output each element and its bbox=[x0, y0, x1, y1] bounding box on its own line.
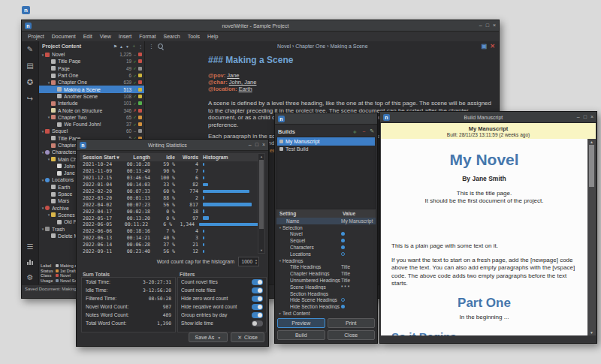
stats-scrollbar[interactable]: ▲ ▼ bbox=[258, 153, 265, 254]
add-build-icon[interactable]: ＋ bbox=[352, 128, 358, 136]
tree-item[interactable]: ▾Sequel60– bbox=[39, 128, 144, 134]
close-button[interactable]: ✕Close bbox=[231, 332, 264, 342]
spinner-arrows-icon[interactable]: ▲▼ bbox=[254, 259, 258, 265]
scroll-up-icon[interactable]: ▲ bbox=[258, 155, 264, 158]
compose-icon[interactable]: ✎ bbox=[27, 45, 33, 53]
minimize-icon[interactable]: – bbox=[577, 114, 580, 120]
stats-row[interactable]: 2021-12-1503:46:54100 %6 bbox=[80, 175, 259, 182]
filter-toggle[interactable] bbox=[252, 320, 263, 326]
setting-row[interactable]: Hide Scene Headings bbox=[276, 297, 376, 304]
stats-row[interactable]: 2022-09-1100:23:4056 %12 bbox=[80, 248, 259, 255]
stats-table-header[interactable]: Session Start ▾LengthIdleWordsHistogram bbox=[80, 153, 265, 161]
edit-build-icon[interactable]: ✎ bbox=[370, 128, 374, 134]
scroll-up-icon[interactable]: ▲ bbox=[587, 140, 596, 144]
stats-row[interactable]: 2021-10-2400:10:2859 %4 bbox=[80, 161, 259, 168]
outline-icon[interactable]: ✪ bbox=[27, 78, 33, 86]
setting-row[interactable]: Characters bbox=[276, 244, 376, 251]
tree-item[interactable]: Making a Scene513✓ bbox=[39, 86, 144, 92]
selection-dot-icon[interactable] bbox=[341, 239, 345, 242]
scroll-down-icon[interactable]: ▼ bbox=[258, 248, 264, 252]
setting-row[interactable]: Unnumbered HeadingsTitle bbox=[276, 277, 376, 284]
menu-project[interactable]: Project bbox=[24, 34, 48, 39]
stats-row[interactable]: 2022-02-2000:07:3360 %774 bbox=[80, 188, 259, 195]
setting-row[interactable]: Section Headings bbox=[276, 290, 376, 297]
tree-item[interactable]: Part One6✓ bbox=[39, 72, 144, 79]
menu-tools[interactable]: Tools bbox=[184, 34, 204, 39]
close-button[interactable]: Close bbox=[328, 330, 376, 340]
editor-menu-icon[interactable]: ⋮ bbox=[149, 44, 154, 50]
build-button[interactable]: Build bbox=[277, 330, 325, 340]
settings-gear-icon[interactable]: ⚙ bbox=[27, 273, 34, 281]
filter-toggle[interactable] bbox=[252, 279, 263, 285]
save-as-button[interactable]: Save As▼ bbox=[189, 332, 228, 342]
preview-button[interactable]: Preview bbox=[277, 318, 325, 328]
build-list-item[interactable]: My Manuscript bbox=[277, 137, 375, 146]
remove-build-icon[interactable]: － bbox=[361, 128, 367, 136]
documents-icon[interactable]: ▤ bbox=[26, 62, 33, 70]
scrollbar-thumb[interactable] bbox=[259, 160, 264, 229]
maximize-icon[interactable]: □ bbox=[255, 142, 258, 148]
search-icon[interactable] bbox=[158, 44, 163, 49]
setting-row[interactable]: Novel bbox=[276, 231, 376, 238]
stats-row[interactable]: 2022-03-2000:01:1388 %2 bbox=[80, 194, 259, 201]
menu-search[interactable]: Search bbox=[160, 34, 184, 39]
tree-item[interactable]: ▾Chapter Two65✓ bbox=[39, 114, 144, 121]
close-icon[interactable]: × bbox=[262, 142, 265, 148]
column-header-words[interactable]: Words bbox=[175, 155, 198, 160]
selection-dot-icon[interactable] bbox=[341, 232, 345, 236]
selection-dot-icon[interactable] bbox=[341, 252, 345, 256]
menu-format[interactable]: Format bbox=[135, 34, 159, 39]
stats-row[interactable]: 2021-11-0900:13:4990 %7 bbox=[80, 168, 259, 175]
setting-row[interactable]: NameMy Manuscript bbox=[276, 218, 376, 224]
scroll-down-icon[interactable]: ▼ bbox=[587, 330, 596, 335]
word-cap-spinner[interactable]: 1000 ▲▼ bbox=[238, 257, 259, 266]
build-list-item[interactable]: Test Build bbox=[277, 146, 375, 154]
filter-toggle[interactable] bbox=[252, 312, 263, 318]
column-header-length[interactable]: Length bbox=[123, 155, 150, 160]
maximize-icon[interactable]: □ bbox=[584, 114, 587, 120]
bookmark-icon[interactable]: ⚑ bbox=[113, 44, 117, 49]
column-header-histogram[interactable]: Histogram bbox=[198, 155, 265, 160]
print-button[interactable]: Print bbox=[328, 318, 376, 328]
setting-row[interactable]: ▸Text Content bbox=[276, 310, 376, 317]
selection-dot-icon[interactable] bbox=[341, 305, 345, 308]
minimize-icon[interactable]: – bbox=[479, 23, 482, 29]
stats-chart-icon[interactable] bbox=[27, 259, 33, 265]
setting-row[interactable]: Locations bbox=[276, 251, 376, 257]
menu-insert[interactable]: Insert bbox=[115, 34, 136, 39]
tag-value[interactable]: Earth bbox=[239, 86, 252, 92]
move-up-icon[interactable]: ▲ bbox=[119, 44, 123, 49]
close-icon[interactable]: × bbox=[590, 114, 593, 120]
setting-row[interactable]: Hide Section Headings bbox=[276, 303, 376, 310]
tree-item[interactable]: A Note on Structure346✗ bbox=[39, 107, 144, 113]
export-icon[interactable]: ↪ bbox=[27, 95, 33, 103]
editor-maximize-icon[interactable]: ▣ bbox=[482, 43, 488, 50]
move-down-icon[interactable]: ▼ bbox=[125, 44, 129, 49]
stats-row[interactable]: 2022-04-0200:07:2356 %817 bbox=[80, 201, 259, 208]
selection-dot-icon[interactable] bbox=[341, 245, 345, 249]
column-header-session-start[interactable]: Session Start ▾ bbox=[80, 155, 123, 161]
stats-row[interactable]: 2022-06-0500:11:226 %1,344 bbox=[80, 221, 259, 228]
setting-row[interactable]: Title HeadingsTitle bbox=[276, 264, 376, 271]
scrollbar-thumb[interactable] bbox=[589, 145, 594, 187]
stats-row[interactable]: 2022-04-1700:02:180 %18 bbox=[80, 208, 259, 215]
tree-item[interactable]: ▾Novel1,225– bbox=[39, 51, 144, 58]
tree-item[interactable]: Page49✓ bbox=[39, 65, 144, 72]
tag-value[interactable]: Jane bbox=[227, 72, 239, 79]
setting-row[interactable]: Scene Headings* * * bbox=[276, 284, 376, 290]
menu-help[interactable]: Help bbox=[204, 34, 222, 39]
details-list-icon[interactable]: ☰ bbox=[27, 242, 34, 251]
panel-menu-icon[interactable]: ⋮ bbox=[138, 44, 143, 49]
maximize-icon[interactable]: □ bbox=[486, 23, 489, 29]
setting-row[interactable]: ▾Selection bbox=[276, 224, 376, 231]
stats-row[interactable]: 2022-06-0600:18:167 %4 bbox=[80, 228, 259, 235]
filter-toggle[interactable] bbox=[252, 296, 263, 302]
column-header-idle[interactable]: Idle bbox=[150, 155, 175, 160]
filter-toggle[interactable] bbox=[252, 304, 263, 310]
setting-row[interactable]: ▾Headings bbox=[276, 257, 376, 264]
stats-row[interactable]: 2022-06-1400:06:2837 %21 bbox=[80, 242, 259, 248]
tree-item[interactable]: ▾Chapter One639✓ bbox=[39, 79, 144, 86]
tree-item[interactable]: Interlude101✓ bbox=[39, 100, 144, 107]
tree-item[interactable]: Title Page19✓ bbox=[39, 58, 144, 65]
filter-toggle[interactable] bbox=[252, 287, 263, 293]
